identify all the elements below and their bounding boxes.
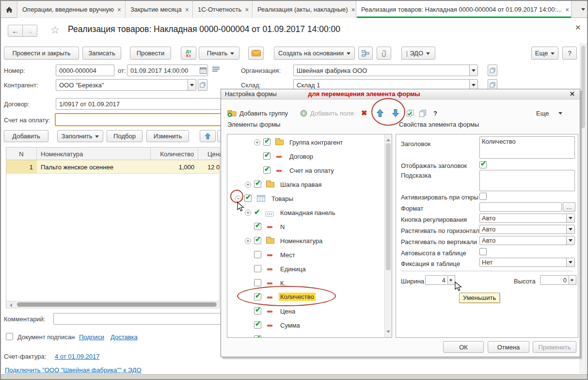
tab-current-document[interactable]: Реализация товаров: Накладная 0000-00000…: [356, 1, 572, 18]
dropdown-button[interactable]: [469, 65, 477, 76]
visibility-checkbox[interactable]: [254, 223, 261, 230]
delivery-link[interactable]: Доставка: [111, 333, 138, 341]
adjust-button-select[interactable]: Авто: [479, 214, 575, 223]
visibility-checkbox[interactable]: [254, 307, 261, 314]
mail-button[interactable]: [248, 47, 264, 60]
tree-item-header-right[interactable]: Шапка правая: [227, 178, 384, 192]
close-form-icon[interactable]: ✕: [575, 23, 581, 32]
collapse-icon[interactable]: [235, 196, 241, 202]
edit-button[interactable]: Изменить: [146, 130, 189, 142]
visibility-checkbox[interactable]: [263, 138, 270, 146]
dropdown-button[interactable]: [566, 258, 574, 266]
ok-button[interactable]: ОК: [443, 341, 484, 353]
tree-item-invoice[interactable]: Счет на оплату: [227, 164, 384, 178]
form-vertical-scrollbar[interactable]: [580, 44, 586, 373]
apply-default-settings-button[interactable]: [406, 108, 414, 118]
close-icon[interactable]: ×: [117, 7, 121, 13]
tree-item-places[interactable]: Мест: [227, 248, 384, 262]
tree-item-partial[interactable]: [227, 332, 384, 338]
column-header-n[interactable]: N: [6, 148, 37, 160]
structure-button[interactable]: [358, 47, 373, 60]
scroll-up-icon[interactable]: [386, 137, 390, 141]
expand-icon[interactable]: [254, 139, 260, 146]
visibility-checkbox[interactable]: [254, 321, 261, 329]
date-input[interactable]: 01.09.2017 14:00:00: [127, 65, 208, 76]
number-input[interactable]: 0000-000004: [56, 65, 114, 76]
tree-item-unit[interactable]: Единица: [227, 262, 384, 276]
spinner-down-icon[interactable]: [449, 280, 452, 283]
visibility-checkbox[interactable]: [244, 195, 252, 202]
tree-item-contract[interactable]: Договор: [227, 149, 384, 164]
spinner-down-icon[interactable]: [571, 280, 573, 283]
edo-button[interactable]: ЭДО: [401, 47, 435, 60]
hint-input[interactable]: [479, 170, 575, 191]
dialog-close-icon[interactable]: ✕: [570, 90, 575, 98]
tree-item-k[interactable]: К.: [227, 276, 384, 290]
height-input[interactable]: 0: [540, 275, 569, 285]
organization-input[interactable]: Швейная фабрика ООО: [293, 65, 478, 76]
add-row-button[interactable]: Добавить: [4, 130, 48, 142]
tree-item-sum[interactable]: Сумма: [227, 318, 384, 332]
calendar-icon[interactable]: [200, 67, 207, 75]
fixation-select[interactable]: Нет: [479, 258, 575, 267]
tree-item-n[interactable]: N: [227, 220, 384, 234]
column-header-nomenclature[interactable]: Номенклатура: [37, 148, 151, 160]
organization-open-button[interactable]: [488, 65, 497, 76]
dialog-title-bar[interactable]: Настройка формы для перемещения элемента…: [221, 89, 580, 99]
dropdown-button[interactable]: [566, 225, 574, 233]
create-on-base-button[interactable]: Создать на основании: [274, 47, 355, 60]
visibility-checkbox[interactable]: [254, 293, 261, 300]
print-button[interactable]: Печать: [199, 47, 239, 60]
visibility-checkbox[interactable]: [254, 181, 261, 188]
dialog-more-button[interactable]: Еще: [536, 108, 562, 118]
close-icon[interactable]: ×: [185, 7, 189, 13]
width-spinner[interactable]: [448, 275, 455, 285]
height-spinner[interactable]: [569, 275, 576, 285]
close-icon[interactable]: ×: [565, 7, 569, 13]
move-down-button[interactable]: [392, 108, 399, 118]
tab-list-dropdown[interactable]: [581, 6, 585, 14]
home-tab[interactable]: [1, 1, 17, 18]
post-button[interactable]: Провести: [130, 47, 171, 60]
visibility-checkbox[interactable]: [254, 251, 261, 258]
visibility-checkbox[interactable]: [254, 237, 261, 244]
attachments-button[interactable]: [377, 47, 391, 60]
scrollbar-thumb[interactable]: [386, 143, 391, 270]
dt-kt-button[interactable]: ДтКт: [181, 47, 196, 60]
tree-item-quantity[interactable]: Количество: [227, 290, 384, 304]
forward-button[interactable]: →: [22, 25, 37, 37]
cell-quantity[interactable]: 1,000: [151, 160, 198, 174]
scrollbar-thumb[interactable]: [581, 46, 585, 128]
visibility-checkbox[interactable]: [254, 279, 261, 286]
scrollbar-thumb[interactable]: [17, 302, 217, 307]
favorite-star-icon[interactable]: ☆: [50, 24, 60, 36]
document-signed-checkbox[interactable]: [6, 333, 13, 340]
help-button[interactable]: ?: [562, 47, 577, 60]
apply-button[interactable]: Применить: [533, 341, 576, 353]
expand-icon[interactable]: [245, 182, 251, 188]
history-list-icon[interactable]: [212, 66, 220, 74]
dropdown-button[interactable]: [566, 236, 574, 245]
format-input[interactable]: [479, 202, 562, 212]
stretch-h-select[interactable]: Авто: [479, 225, 575, 234]
dropdown-button[interactable]: [566, 214, 574, 222]
pick-button[interactable]: Подбор: [107, 130, 143, 142]
tree-item-command-bar[interactable]: Командная панель: [227, 206, 384, 220]
width-input[interactable]: 4: [425, 275, 448, 285]
counterparty-input[interactable]: ООО "Березка": [56, 79, 196, 91]
write-button[interactable]: Записать: [82, 47, 121, 60]
tree-vertical-scrollbar[interactable]: [384, 134, 392, 337]
copy-settings-button[interactable]: [419, 108, 427, 118]
visibility-checkbox[interactable]: [263, 152, 270, 160]
table-row[interactable]: 1 Пальто женское осеннее 1,000 12 0: [6, 160, 219, 174]
visibility-checkbox[interactable]: [263, 166, 270, 174]
invoice-fact-link[interactable]: 4 от 01.09.2017: [55, 353, 99, 360]
tree-item-price[interactable]: Цена: [227, 304, 384, 318]
fill-button[interactable]: Заполнить: [57, 130, 103, 142]
format-choose-button[interactable]: ...: [563, 202, 575, 212]
move-up-button[interactable]: [376, 108, 384, 118]
autoheight-checkbox[interactable]: [479, 248, 487, 255]
dropdown-button[interactable]: [188, 80, 196, 90]
tab-1c-reporting[interactable]: 1С-Отчетность ×: [193, 1, 253, 18]
tab-sales-docs[interactable]: Реализация (акты, накладные) ×: [253, 1, 356, 18]
